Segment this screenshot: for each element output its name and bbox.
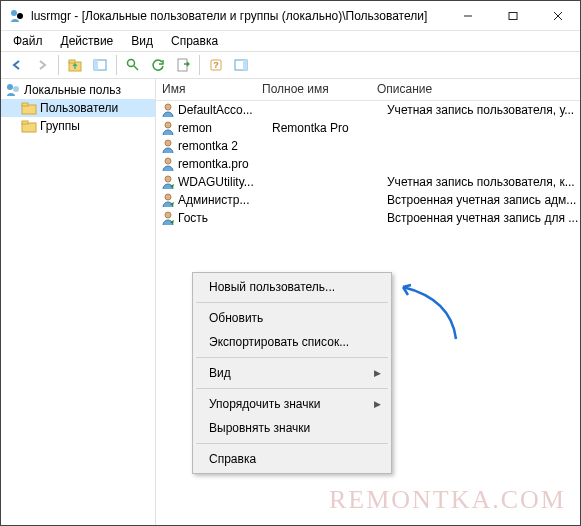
user-icon: [160, 102, 176, 118]
svg-rect-9: [94, 60, 98, 70]
back-button[interactable]: [5, 54, 29, 76]
svg-point-17: [7, 84, 13, 90]
tree-node-users[interactable]: Пользователи: [1, 99, 155, 117]
tree-root-node[interactable]: Локальные польз: [1, 81, 155, 99]
properties-button[interactable]: [121, 54, 145, 76]
user-fullname: Remontka Pro: [272, 121, 387, 135]
menu-file[interactable]: Файл: [5, 33, 51, 49]
list-item[interactable]: remonRemontka Pro: [156, 119, 580, 137]
submenu-arrow-icon: ▶: [374, 368, 381, 378]
help-button[interactable]: ?: [204, 54, 228, 76]
submenu-arrow-icon: ▶: [374, 399, 381, 409]
svg-line-11: [134, 66, 138, 70]
list-header: Имя Полное имя Описание: [156, 79, 580, 101]
context-menu-separator: [196, 443, 388, 444]
maximize-button[interactable]: [490, 1, 535, 31]
title-bar: lusrmgr - [Локальные пользователи и груп…: [1, 1, 580, 31]
svg-rect-16: [243, 60, 247, 70]
context-menu-arrange-icons[interactable]: Упорядочить значки▶: [195, 392, 389, 416]
user-icon: [160, 192, 176, 208]
refresh-button[interactable]: [146, 54, 170, 76]
svg-point-1: [17, 13, 23, 19]
list-item[interactable]: remontka.pro: [156, 155, 580, 173]
user-name: remontka.pro: [178, 157, 272, 171]
context-menu-new-user[interactable]: Новый пользователь...: [195, 275, 389, 299]
user-name: DefaultAcco...: [178, 103, 272, 117]
svg-rect-7: [69, 60, 75, 63]
user-name: WDAGUtility...: [178, 175, 272, 189]
svg-point-24: [165, 122, 171, 128]
svg-rect-20: [22, 103, 28, 106]
up-button[interactable]: [63, 54, 87, 76]
toolbar-separator: [116, 55, 117, 75]
svg-text:?: ?: [213, 60, 219, 70]
context-menu-align-icons-label: Выровнять значки: [209, 421, 310, 435]
toolbar-separator: [58, 55, 59, 75]
context-menu-refresh-label: Обновить: [209, 311, 263, 325]
svg-point-29: [165, 212, 171, 218]
column-header-name[interactable]: Имя: [156, 79, 256, 100]
context-menu-align-icons[interactable]: Выровнять значки: [195, 416, 389, 440]
context-menu: Новый пользователь... Обновить Экспортир…: [192, 272, 392, 474]
svg-point-10: [128, 60, 135, 67]
user-description: Встроенная учетная запись для ...: [387, 211, 580, 225]
export-list-button[interactable]: [171, 54, 195, 76]
action-pane-button[interactable]: [229, 54, 253, 76]
svg-point-18: [13, 86, 19, 92]
user-name: remontka 2: [178, 139, 272, 153]
svg-point-26: [165, 158, 171, 164]
close-button[interactable]: [535, 1, 580, 31]
svg-point-23: [165, 104, 171, 110]
folder-icon: [21, 100, 37, 116]
minimize-button[interactable]: [445, 1, 490, 31]
context-menu-export-list[interactable]: Экспортировать список...: [195, 330, 389, 354]
list-body: DefaultAcco...Учетная запись пользовател…: [156, 101, 580, 227]
user-description: Учетная запись пользователя, у...: [387, 103, 580, 117]
context-menu-refresh[interactable]: Обновить: [195, 306, 389, 330]
svg-rect-12: [178, 59, 187, 71]
list-item[interactable]: ГостьВстроенная учетная запись для ...: [156, 209, 580, 227]
user-icon: [160, 174, 176, 190]
svg-rect-22: [22, 121, 28, 124]
tree-node-users-label: Пользователи: [40, 101, 118, 115]
menu-action[interactable]: Действие: [53, 33, 122, 49]
context-menu-help-label: Справка: [209, 452, 256, 466]
toolbar: ?: [1, 51, 580, 79]
tree: Локальные польз Пользователи Группы: [1, 81, 155, 135]
users-groups-icon: [5, 82, 21, 98]
forward-button[interactable]: [30, 54, 54, 76]
folder-icon: [21, 118, 37, 134]
column-header-fullname[interactable]: Полное имя: [256, 79, 371, 100]
user-name: Гость: [178, 211, 272, 225]
context-menu-view[interactable]: Вид▶: [195, 361, 389, 385]
context-menu-separator: [196, 388, 388, 389]
list-item[interactable]: Администр...Встроенная учетная запись ад…: [156, 191, 580, 209]
svg-point-25: [165, 140, 171, 146]
user-icon: [160, 138, 176, 154]
user-description: Встроенная учетная запись адм...: [387, 193, 580, 207]
user-icon: [160, 210, 176, 226]
user-name: remon: [178, 121, 272, 135]
context-menu-new-user-label: Новый пользователь...: [209, 280, 335, 294]
show-hide-tree-button[interactable]: [88, 54, 112, 76]
context-menu-view-label: Вид: [209, 366, 231, 380]
column-header-description[interactable]: Описание: [371, 79, 580, 100]
list-item[interactable]: remontka 2: [156, 137, 580, 155]
tree-node-groups[interactable]: Группы: [1, 117, 155, 135]
user-name: Администр...: [178, 193, 272, 207]
tree-pane: Локальные польз Пользователи Группы: [1, 79, 156, 525]
context-menu-separator: [196, 302, 388, 303]
menu-help[interactable]: Справка: [163, 33, 226, 49]
app-icon: [9, 8, 25, 24]
user-icon: [160, 156, 176, 172]
context-menu-help[interactable]: Справка: [195, 447, 389, 471]
list-item[interactable]: DefaultAcco...Учетная запись пользовател…: [156, 101, 580, 119]
toolbar-separator: [199, 55, 200, 75]
svg-point-27: [165, 176, 171, 182]
tree-root-label: Локальные польз: [24, 83, 121, 97]
tree-node-groups-label: Группы: [40, 119, 80, 133]
context-menu-arrange-icons-label: Упорядочить значки: [209, 397, 321, 411]
list-item[interactable]: WDAGUtility...Учетная запись пользовател…: [156, 173, 580, 191]
svg-point-0: [11, 10, 17, 16]
menu-view[interactable]: Вид: [123, 33, 161, 49]
